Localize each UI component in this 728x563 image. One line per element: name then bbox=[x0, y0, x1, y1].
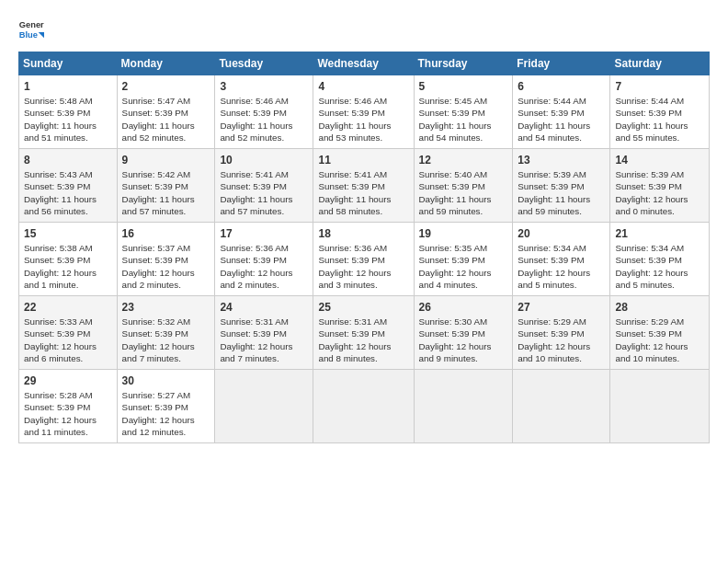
day-info: Sunrise: 5:48 AM Sunset: 5:39 PM Dayligh… bbox=[24, 95, 112, 144]
day-number: 14 bbox=[615, 153, 704, 167]
calendar-cell: 13Sunrise: 5:39 AM Sunset: 5:39 PM Dayli… bbox=[513, 149, 610, 223]
calendar-week-4: 22Sunrise: 5:33 AM Sunset: 5:39 PM Dayli… bbox=[19, 296, 710, 370]
calendar-cell: 4Sunrise: 5:46 AM Sunset: 5:39 PM Daylig… bbox=[313, 75, 414, 149]
calendar-cell: 7Sunrise: 5:44 AM Sunset: 5:39 PM Daylig… bbox=[610, 75, 710, 149]
calendar-cell: 2Sunrise: 5:47 AM Sunset: 5:39 PM Daylig… bbox=[117, 75, 215, 149]
calendar-week-3: 15Sunrise: 5:38 AM Sunset: 5:39 PM Dayli… bbox=[19, 223, 710, 296]
calendar-cell: 17Sunrise: 5:36 AM Sunset: 5:39 PM Dayli… bbox=[215, 223, 313, 296]
calendar-cell bbox=[215, 370, 313, 443]
calendar-cell: 19Sunrise: 5:35 AM Sunset: 5:39 PM Dayli… bbox=[414, 223, 513, 296]
weekday-header-sunday: Sunday bbox=[19, 52, 118, 75]
calendar-cell: 12Sunrise: 5:40 AM Sunset: 5:39 PM Dayli… bbox=[414, 149, 513, 223]
day-info: Sunrise: 5:28 AM Sunset: 5:39 PM Dayligh… bbox=[24, 389, 112, 438]
calendar-cell: 27Sunrise: 5:29 AM Sunset: 5:39 PM Dayli… bbox=[513, 296, 610, 370]
calendar-week-1: 1Sunrise: 5:48 AM Sunset: 5:39 PM Daylig… bbox=[19, 75, 710, 149]
calendar-cell: 11Sunrise: 5:41 AM Sunset: 5:39 PM Dayli… bbox=[313, 149, 414, 223]
day-info: Sunrise: 5:30 AM Sunset: 5:39 PM Dayligh… bbox=[419, 316, 508, 364]
day-number: 24 bbox=[220, 300, 308, 315]
day-number: 29 bbox=[24, 373, 112, 388]
day-info: Sunrise: 5:31 AM Sunset: 5:39 PM Dayligh… bbox=[220, 316, 308, 364]
calendar-cell bbox=[414, 370, 513, 443]
day-number: 13 bbox=[518, 153, 605, 167]
day-info: Sunrise: 5:39 AM Sunset: 5:39 PM Dayligh… bbox=[615, 168, 704, 217]
day-number: 8 bbox=[24, 153, 112, 167]
calendar-cell: 29Sunrise: 5:28 AM Sunset: 5:39 PM Dayli… bbox=[19, 370, 118, 443]
day-info: Sunrise: 5:27 AM Sunset: 5:39 PM Dayligh… bbox=[122, 389, 210, 438]
day-info: Sunrise: 5:36 AM Sunset: 5:39 PM Dayligh… bbox=[318, 242, 408, 291]
day-info: Sunrise: 5:42 AM Sunset: 5:39 PM Dayligh… bbox=[122, 168, 210, 217]
day-number: 28 bbox=[615, 300, 704, 315]
calendar-cell: 1Sunrise: 5:48 AM Sunset: 5:39 PM Daylig… bbox=[19, 75, 118, 149]
calendar-cell bbox=[610, 370, 710, 443]
day-info: Sunrise: 5:43 AM Sunset: 5:39 PM Dayligh… bbox=[24, 168, 112, 217]
day-number: 4 bbox=[318, 79, 408, 94]
day-number: 10 bbox=[220, 153, 308, 167]
calendar-cell bbox=[313, 370, 414, 443]
calendar-cell: 22Sunrise: 5:33 AM Sunset: 5:39 PM Dayli… bbox=[19, 296, 118, 370]
calendar-cell: 5Sunrise: 5:45 AM Sunset: 5:39 PM Daylig… bbox=[414, 75, 513, 149]
calendar-cell: 10Sunrise: 5:41 AM Sunset: 5:39 PM Dayli… bbox=[215, 149, 313, 223]
day-number: 25 bbox=[318, 300, 408, 315]
day-number: 17 bbox=[220, 226, 308, 241]
day-info: Sunrise: 5:35 AM Sunset: 5:39 PM Dayligh… bbox=[419, 242, 508, 291]
calendar-cell bbox=[513, 370, 610, 443]
calendar-table: SundayMondayTuesdayWednesdayThursdayFrid… bbox=[18, 52, 710, 443]
calendar-body: 1Sunrise: 5:48 AM Sunset: 5:39 PM Daylig… bbox=[19, 75, 710, 443]
calendar-cell: 3Sunrise: 5:46 AM Sunset: 5:39 PM Daylig… bbox=[215, 75, 313, 149]
day-number: 16 bbox=[122, 226, 210, 241]
calendar-cell: 21Sunrise: 5:34 AM Sunset: 5:39 PM Dayli… bbox=[610, 223, 710, 296]
calendar-week-2: 8Sunrise: 5:43 AM Sunset: 5:39 PM Daylig… bbox=[19, 149, 710, 223]
calendar-cell: 15Sunrise: 5:38 AM Sunset: 5:39 PM Dayli… bbox=[19, 223, 118, 296]
day-number: 26 bbox=[419, 300, 508, 315]
day-number: 5 bbox=[419, 79, 508, 94]
calendar-cell: 16Sunrise: 5:37 AM Sunset: 5:39 PM Dayli… bbox=[117, 223, 215, 296]
day-number: 18 bbox=[318, 226, 408, 241]
calendar-cell: 9Sunrise: 5:42 AM Sunset: 5:39 PM Daylig… bbox=[117, 149, 215, 223]
day-info: Sunrise: 5:32 AM Sunset: 5:39 PM Dayligh… bbox=[122, 316, 210, 364]
day-info: Sunrise: 5:33 AM Sunset: 5:39 PM Dayligh… bbox=[24, 316, 112, 364]
day-info: Sunrise: 5:45 AM Sunset: 5:39 PM Dayligh… bbox=[419, 95, 508, 144]
svg-text:General: General bbox=[19, 20, 44, 29]
day-info: Sunrise: 5:29 AM Sunset: 5:39 PM Dayligh… bbox=[615, 316, 704, 364]
day-info: Sunrise: 5:47 AM Sunset: 5:39 PM Dayligh… bbox=[122, 95, 210, 144]
day-number: 1 bbox=[24, 79, 112, 94]
day-number: 30 bbox=[122, 373, 210, 388]
day-info: Sunrise: 5:36 AM Sunset: 5:39 PM Dayligh… bbox=[220, 242, 308, 291]
day-info: Sunrise: 5:41 AM Sunset: 5:39 PM Dayligh… bbox=[318, 168, 408, 217]
day-info: Sunrise: 5:34 AM Sunset: 5:39 PM Dayligh… bbox=[518, 242, 605, 291]
day-info: Sunrise: 5:44 AM Sunset: 5:39 PM Dayligh… bbox=[518, 95, 605, 144]
day-number: 11 bbox=[318, 153, 408, 167]
calendar-cell: 8Sunrise: 5:43 AM Sunset: 5:39 PM Daylig… bbox=[19, 149, 118, 223]
calendar-cell: 26Sunrise: 5:30 AM Sunset: 5:39 PM Dayli… bbox=[414, 296, 513, 370]
calendar-header-row: SundayMondayTuesdayWednesdayThursdayFrid… bbox=[19, 52, 710, 75]
day-number: 20 bbox=[518, 226, 605, 241]
day-number: 7 bbox=[615, 79, 704, 94]
day-number: 15 bbox=[24, 226, 112, 241]
day-number: 22 bbox=[24, 300, 112, 315]
weekday-header-thursday: Thursday bbox=[414, 52, 513, 75]
calendar-cell: 23Sunrise: 5:32 AM Sunset: 5:39 PM Dayli… bbox=[117, 296, 215, 370]
day-number: 21 bbox=[615, 226, 704, 241]
day-number: 9 bbox=[122, 153, 210, 167]
day-number: 19 bbox=[419, 226, 508, 241]
logo-icon: GeneralBlue bbox=[18, 17, 44, 42]
day-info: Sunrise: 5:39 AM Sunset: 5:39 PM Dayligh… bbox=[518, 168, 605, 217]
weekday-header-monday: Monday bbox=[117, 52, 215, 75]
day-info: Sunrise: 5:37 AM Sunset: 5:39 PM Dayligh… bbox=[122, 242, 210, 291]
logo: GeneralBlue bbox=[18, 17, 44, 42]
day-number: 23 bbox=[122, 300, 210, 315]
day-info: Sunrise: 5:40 AM Sunset: 5:39 PM Dayligh… bbox=[419, 168, 508, 217]
day-info: Sunrise: 5:38 AM Sunset: 5:39 PM Dayligh… bbox=[24, 242, 112, 291]
calendar-cell: 25Sunrise: 5:31 AM Sunset: 5:39 PM Dayli… bbox=[313, 296, 414, 370]
day-number: 3 bbox=[220, 79, 308, 94]
day-number: 27 bbox=[518, 300, 605, 315]
day-number: 12 bbox=[419, 153, 508, 167]
day-info: Sunrise: 5:31 AM Sunset: 5:39 PM Dayligh… bbox=[318, 316, 408, 364]
calendar-cell: 24Sunrise: 5:31 AM Sunset: 5:39 PM Dayli… bbox=[215, 296, 313, 370]
header: GeneralBlue bbox=[18, 17, 710, 42]
day-info: Sunrise: 5:29 AM Sunset: 5:39 PM Dayligh… bbox=[518, 316, 605, 364]
weekday-header-tuesday: Tuesday bbox=[215, 52, 313, 75]
weekday-header-wednesday: Wednesday bbox=[313, 52, 414, 75]
page: GeneralBlue SundayMondayTuesdayWednesday… bbox=[0, 0, 728, 453]
day-info: Sunrise: 5:46 AM Sunset: 5:39 PM Dayligh… bbox=[318, 95, 408, 144]
